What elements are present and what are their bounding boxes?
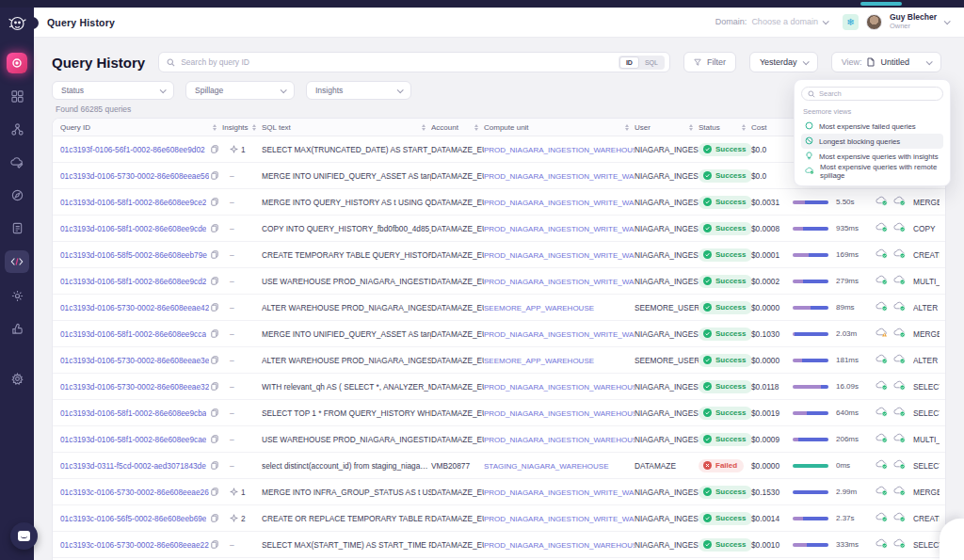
copy-icon[interactable]	[211, 514, 218, 522]
compute-unit-link[interactable]: PROD_NIAGARA_INGESTION_WRITE_WAREHOUSE	[484, 199, 635, 207]
table-row[interactable]: 01c3193d-0106-58f1-0002-86e608ee9cba – S…	[53, 400, 945, 426]
table-row[interactable]: 01c3193d-0106-58f1-0002-86e608ee9ce2 – M…	[53, 189, 945, 216]
table-row[interactable]: 01c3193d-0106-5730-0002-86e608eeae3e – A…	[53, 347, 945, 374]
query-id-link[interactable]: 01c3193d-0106-58f5-0002-86e608eeb79e	[60, 250, 207, 260]
compute-unit-link[interactable]: PROD_NIAGARA_INGESTION_WRITE_WAREHOUSE	[484, 515, 635, 523]
compute-unit-link[interactable]: PROD_NIAGARA_INGESTION_WAREHOUSE	[484, 146, 635, 154]
compute-unit-link[interactable]: PROD_NIAGARA_INGESTION_WRITE_WAREHOUSE	[484, 278, 635, 286]
query-id-link[interactable]: 01c3193c-0106-56f5-0002-86e608eeb69e	[60, 514, 206, 523]
search-mode-id[interactable]: ID	[619, 56, 639, 69]
query-id-link[interactable]: 01c3193c-0106-5730-0002-86e608eeae26	[60, 488, 209, 497]
copy-icon[interactable]	[211, 435, 218, 443]
table-row[interactable]: 01c3193d-0311-f5cd-0002-aed3071843de – s…	[53, 453, 945, 479]
spillage-filter[interactable]: Spillage	[185, 81, 295, 100]
sort-icon[interactable]	[422, 124, 426, 131]
user-menu[interactable]: Guy Blecher Owner	[890, 13, 937, 30]
table-row[interactable]: 01c3193d-0106-5730-0002-86e608eeae32 – W…	[53, 374, 945, 400]
query-id-link[interactable]: 01c3193d-0106-5730-0002-86e608eeae42	[60, 303, 209, 312]
sidebar-item-pulse[interactable]	[7, 53, 27, 73]
views-panel-item[interactable]: Most expensive queries with insights	[801, 149, 943, 164]
compute-unit-link[interactable]: PROD_NIAGARA_INGESTION_WRITE_WAREHOUSE	[484, 488, 635, 497]
copy-icon[interactable]	[211, 171, 218, 180]
copy-icon[interactable]	[211, 382, 218, 391]
chevron-down-icon[interactable]	[944, 18, 951, 24]
table-row[interactable]: 01c3193c-0106-5730-0002-86e608eeae22 – S…	[53, 532, 945, 558]
sort-icon[interactable]	[742, 124, 746, 131]
sort-icon[interactable]	[689, 124, 693, 131]
table-row[interactable]: 01c3193d-0106-58f1-0002-86e608ee9cca – M…	[53, 321, 945, 347]
sidebar-item-discover[interactable]	[7, 184, 27, 205]
compute-unit-link[interactable]: STAGING_NIAGARA_WAREHOUSE	[484, 462, 608, 471]
view-selector-button[interactable]: View: Untitled	[831, 52, 941, 72]
compute-unit-link[interactable]: PROD_NIAGARA_INGESTION_WRITE_WAREHOUSE	[484, 330, 635, 339]
table-row[interactable]: 01c3193d-0106-58f5-0002-86e608eeb79e – C…	[53, 242, 945, 268]
chat-launcher-button[interactable]	[10, 522, 38, 550]
compute-unit-link[interactable]: SEEMORE_APP_WAREHOUSE	[484, 304, 594, 312]
query-id-link[interactable]: 01c3193d-0106-5730-0002-86e608eeae56	[60, 171, 209, 181]
query-id-link[interactable]: 01c3193d-0106-58f1-0002-86e608ee9cca	[60, 329, 206, 339]
table-row[interactable]: 01c3193c-0106-5730-0002-86e608eeae26 1 M…	[53, 479, 945, 505]
sidebar-item-settings[interactable]	[7, 368, 27, 389]
avatar[interactable]	[866, 14, 882, 30]
search-input[interactable]	[181, 57, 613, 67]
query-id-link[interactable]: 01c3193d-0106-5730-0002-86e608eeae32	[60, 382, 209, 392]
copy-icon[interactable]	[211, 488, 218, 496]
table-row[interactable]: 01c3193d-0106-5730-0002-86e608eeae42 – A…	[53, 295, 945, 321]
views-panel-item[interactable]: Most expensive queries with remote spill…	[801, 164, 943, 179]
query-id-link[interactable]: 01c3193d-0106-5730-0002-86e608eeae3e	[60, 356, 209, 365]
compute-unit-link[interactable]: PROD_NIAGARA_INGESTION_WRITE_WAREHOUSE	[484, 251, 635, 260]
sidebar-item-recommendations[interactable]	[7, 285, 27, 306]
compute-unit-link[interactable]: PROD_NIAGARA_INGESTION_WAREHOUSE	[484, 383, 635, 392]
sidebar-item-reports[interactable]	[7, 217, 27, 238]
views-search-input[interactable]	[819, 89, 937, 98]
time-range-button[interactable]: Yesterday	[749, 52, 818, 72]
cost: $0.0008	[751, 224, 793, 233]
sidebar-item-query-history[interactable]	[5, 250, 29, 273]
compute-unit-link[interactable]: PROD_NIAGARA_INGESTION_WAREHOUSE	[484, 436, 635, 444]
copy-icon[interactable]	[211, 277, 218, 285]
filter-button[interactable]: Filter	[683, 52, 736, 72]
sort-icon[interactable]	[213, 124, 217, 131]
query-id-link[interactable]: 01c3193d-0106-58f1-0002-86e608ee9cae	[60, 435, 206, 444]
status-filter[interactable]: Status	[52, 81, 174, 100]
sort-icon[interactable]	[474, 124, 478, 131]
table-row[interactable]: 01c3193d-0106-58f1-0002-86e608ee9cde – C…	[53, 216, 945, 242]
compute-unit-link[interactable]: PROD_NIAGARA_INGESTION_WAREHOUSE	[484, 409, 635, 418]
views-panel-item[interactable]: Most expensive failed queries	[801, 119, 943, 134]
copy-icon[interactable]	[211, 329, 218, 338]
query-id-link[interactable]: 01c3193d-0106-58f1-0002-86e608ee9cba	[60, 408, 206, 418]
copy-icon[interactable]	[211, 198, 218, 206]
compute-unit-link[interactable]: PROD_NIAGARA_INGESTION_WAREHOUSE	[484, 541, 635, 550]
query-id-link[interactable]: 01c3193d-0106-58f1-0002-86e608ee9cde	[60, 224, 206, 233]
copy-icon[interactable]	[211, 145, 218, 153]
views-panel-item[interactable]: Longest blocking queries	[801, 134, 943, 149]
domain-selector[interactable]: Domain: Choose a domain	[715, 17, 827, 26]
search-mode-sql[interactable]: SQL	[639, 57, 664, 68]
sidebar-item-integrations[interactable]	[7, 119, 27, 139]
copy-icon[interactable]	[211, 540, 218, 549]
compute-unit-link[interactable]: PROD_NIAGARA_INGESTION_WRITE_WAREHOUSE	[484, 172, 635, 181]
sidebar-item-approvals[interactable]	[7, 318, 27, 339]
copy-icon[interactable]	[211, 408, 218, 417]
compute-unit-link[interactable]: SEEMORE_APP_WAREHOUSE	[484, 357, 594, 365]
copy-icon[interactable]	[211, 303, 218, 312]
copy-icon[interactable]	[211, 250, 218, 259]
table-row[interactable]: 01c3193d-0106-58f1-0002-86e608ee9cae – U…	[53, 426, 945, 453]
copy-icon[interactable]	[211, 461, 218, 470]
sort-icon[interactable]	[625, 124, 629, 131]
sidebar-item-dashboards[interactable]	[7, 86, 27, 106]
query-id-link[interactable]: 01c3193c-0106-5730-0002-86e608eeae22	[60, 540, 209, 550]
copy-icon[interactable]	[211, 356, 218, 364]
query-id-link[interactable]: 01c3193d-0106-58f1-0002-86e608ee9ce2	[60, 198, 206, 207]
table-row[interactable]: 01c3193d-0106-58f1-0002-86e608ee9cd2 – U…	[53, 268, 945, 295]
copy-icon[interactable]	[211, 224, 218, 232]
seemore-logo[interactable]	[0, 8, 34, 40]
query-id-link[interactable]: 01c3193d-0311-f5cd-0002-aed3071843de	[60, 461, 206, 471]
compute-unit-link[interactable]: PROD_NIAGARA_INGESTION_WRITE_WAREHOUSE	[484, 225, 635, 233]
insights-filter[interactable]: Insights	[306, 81, 411, 100]
sidebar-item-cloud-editor[interactable]	[7, 152, 27, 172]
table-row[interactable]: 01c3193c-0106-56f5-0002-86e608eeb69e 2 C…	[53, 505, 945, 532]
query-id-link[interactable]: 01c3193f-0106-56f1-0002-86e608ee9d02	[60, 145, 205, 154]
query-id-link[interactable]: 01c3193d-0106-58f1-0002-86e608ee9cd2	[60, 277, 206, 286]
sort-icon[interactable]	[252, 124, 256, 131]
